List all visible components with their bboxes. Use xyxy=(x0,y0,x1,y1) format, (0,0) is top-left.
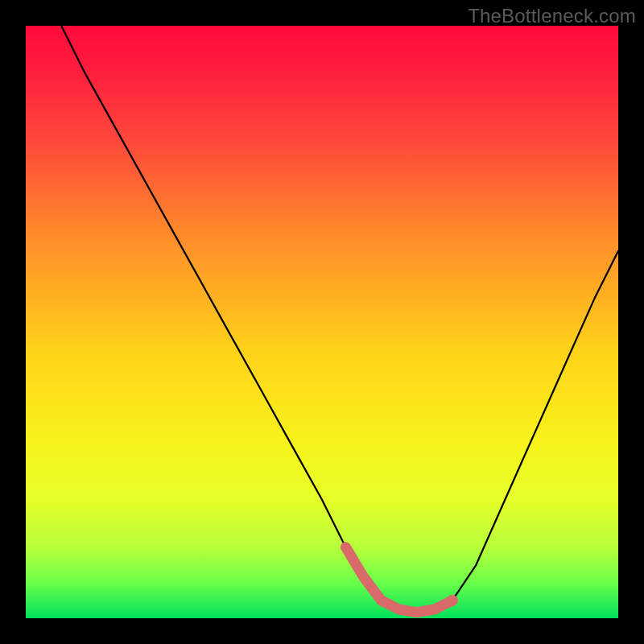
curve-layer xyxy=(26,26,618,618)
valley-end-dot xyxy=(447,595,458,606)
chart-frame: TheBottleneck.com xyxy=(0,0,644,644)
valley-highlight xyxy=(345,547,452,613)
bottleneck-curve xyxy=(61,26,618,613)
watermark-text: TheBottleneck.com xyxy=(468,5,636,27)
